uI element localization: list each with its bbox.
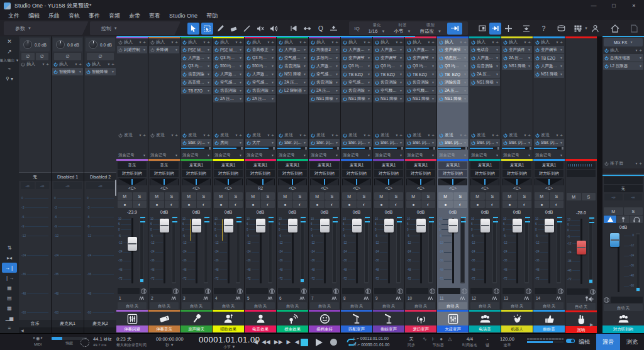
chevron-down-icon[interactable]: ▼ [235, 133, 238, 137]
chevron-down-icon[interactable]: ▼ [491, 40, 494, 44]
inserts-header[interactable]: 插入▼+ [469, 38, 501, 46]
output-route[interactable]: 对方听到的 [438, 170, 467, 177]
chevron-down-icon[interactable]: ▼ [395, 40, 398, 44]
record-arm-button[interactable]: ● [374, 200, 389, 208]
chevron-down-icon[interactable]: ▼ [427, 40, 430, 44]
key-signature[interactable]: - 键 [486, 337, 489, 347]
fader-handle[interactable] [352, 219, 362, 232]
phase-invert-button[interactable]: ∅ [21, 53, 35, 60]
sends-header[interactable]: 发送▼+ [148, 131, 180, 139]
channel-name[interactable]: 唱歌效果 [213, 325, 244, 332]
record-arm-button[interactable]: ● [246, 200, 260, 208]
chevron-down-icon[interactable]: ▼ [335, 80, 338, 84]
power-icon[interactable] [21, 62, 25, 67]
insert-slot[interactable]: 总线压缩器▼ [603, 54, 643, 62]
user-account-icon[interactable] [591, 25, 599, 33]
output-route[interactable]: 对方听到的 [310, 170, 339, 177]
solo-button[interactable]: S [582, 193, 596, 200]
power-icon[interactable] [247, 133, 251, 138]
fader-handle[interactable] [288, 219, 297, 232]
add-button[interactable]: + [207, 40, 210, 45]
chevron-down-icon[interactable]: ▼ [203, 133, 206, 137]
chevron-down-icon[interactable]: ▼ [367, 97, 370, 101]
power-icon[interactable] [214, 64, 219, 68]
power-icon[interactable] [503, 133, 508, 138]
insert-slot[interactable]: NS1 降噪▼ [534, 70, 564, 78]
power-icon[interactable] [86, 70, 91, 74]
insert-slot[interactable]: 550均衡器▼ [245, 62, 275, 70]
power-icon[interactable] [214, 141, 219, 145]
output-route[interactable]: 对方听到的 [406, 170, 435, 177]
inserts-header[interactable]: 插入▼+ [116, 38, 148, 46]
fader-handle[interactable] [224, 219, 233, 232]
mute-button[interactable]: M [214, 192, 228, 200]
chevron-down-icon[interactable]: ▼ [303, 72, 306, 76]
channel-icon[interactable] [501, 312, 533, 325]
sends-header[interactable]: 发送▼+ [341, 131, 372, 139]
insert-slot[interactable]: Q3 均衡器▼ [341, 62, 372, 70]
crosshair-toggle[interactable] [502, 23, 514, 35]
mix-marker-dropdown[interactable]: 混合记号▼ [148, 151, 180, 159]
chevron-down-icon[interactable]: ▼ [427, 133, 430, 137]
h-scroll-lane[interactable] [84, 327, 116, 333]
fader-handle[interactable] [160, 219, 169, 232]
power-icon[interactable] [535, 141, 540, 145]
chevron-down-icon[interactable]: ▼ [560, 72, 563, 76]
insert-slot[interactable]: TB EZQ▼ [181, 87, 211, 94]
power-icon[interactable] [279, 48, 283, 52]
add-button[interactable]: + [239, 40, 242, 45]
output-box[interactable] [604, 177, 643, 184]
narrow-strips-icon[interactable]: ▸◂ [2, 253, 17, 263]
mute-button[interactable]: M [278, 192, 292, 200]
chevron-down-icon[interactable]: ▼ [431, 64, 435, 68]
pencil-tool-button[interactable] [214, 23, 226, 35]
channel-strip[interactable]: 插入▼+PSE Mono▼Q3 均衡器3▼550均衡器▼人声激励器▼空气感增强▼… [213, 36, 244, 333]
power-icon[interactable] [375, 72, 379, 77]
chevron-down-icon[interactable]: ▼ [331, 133, 334, 137]
channel-strip[interactable]: 插入▼+人声激励器▼空气感增强2▼齿音消除▼NS1 降噪▼2A 压缩器▼L2 限… [277, 36, 308, 333]
chevron-down-icon[interactable]: ▼ [560, 56, 563, 60]
power-icon[interactable] [503, 64, 508, 68]
chevron-down-icon[interactable]: ▼ [459, 133, 462, 137]
channel-name[interactable]: 伴奏音乐 [148, 325, 180, 332]
channel-icon[interactable] [533, 312, 565, 325]
metronome-controls[interactable]: ∿ ⊦ ● △ 节拍器 [423, 337, 454, 347]
chevron-down-icon[interactable]: ▼ [431, 56, 435, 60]
channel-strip[interactable]: 插入▼+升降调▼发送▼+混合记号▼音乐对方听到的<C>MS●◐0dB1060-6… [148, 36, 180, 333]
chevron-down-icon[interactable]: ▼ [239, 56, 242, 60]
add-button[interactable]: + [528, 133, 531, 138]
add-button[interactable]: + [271, 40, 274, 45]
document-icon[interactable] [631, 25, 638, 33]
input-route[interactable]: 麦克风1 [374, 161, 403, 169]
power-icon[interactable] [279, 72, 283, 77]
power-icon[interactable] [503, 48, 508, 52]
gain-knob[interactable] [23, 40, 32, 49]
output-route[interactable]: 对方听到的 [502, 170, 531, 177]
step-forward-button[interactable]: ▶ [287, 339, 291, 345]
channel-name[interactable]: 大叔变声 [437, 325, 469, 332]
power-icon[interactable] [439, 97, 443, 101]
insert-slot[interactable]: NS1 降噪▼ [374, 95, 404, 102]
channel-name[interactable]: 电话音 [469, 325, 501, 332]
channel-strip[interactable]: 插入▼+变声调节▼动态压缩器▼Q3 均衡器7▼TB_EZQ▼消除齿音▼2A 压缩… [437, 36, 469, 333]
main-time-display[interactable]: 00001.01.01.00 小节 ▼ [199, 336, 260, 349]
insert-slot[interactable]: 齿音消除▼ [181, 70, 211, 78]
meter-mode-icon[interactable] [558, 288, 564, 294]
mute-button[interactable]: M [310, 192, 325, 200]
power-icon[interactable] [150, 133, 155, 138]
chevron-down-icon[interactable]: ▼ [367, 80, 370, 84]
chevron-down-icon[interactable]: ▼ [491, 133, 494, 137]
channel-strip[interactable]: 插入▼+变声插件▼2A 压缩器▼NS1 降噪▼发送▼+Ster. 闪避控制▼混合… [501, 36, 533, 333]
input-route[interactable]: 麦克风1 [406, 161, 435, 169]
chevron-down-icon[interactable]: ▼ [464, 97, 467, 101]
add-button[interactable]: + [335, 40, 338, 45]
power-icon[interactable] [471, 80, 475, 85]
phase-invert-button[interactable]: ∅ [54, 53, 81, 60]
postfader-header[interactable]: 推子后▼+ [602, 160, 644, 167]
fader-handle[interactable] [416, 219, 426, 232]
chevron-down-icon[interactable]: ▼ [560, 48, 563, 52]
send-level-bar[interactable] [374, 147, 404, 150]
power-icon[interactable] [279, 56, 283, 60]
menu-item-1[interactable]: 编辑 [28, 12, 40, 20]
solo-button[interactable]: S [389, 192, 404, 200]
